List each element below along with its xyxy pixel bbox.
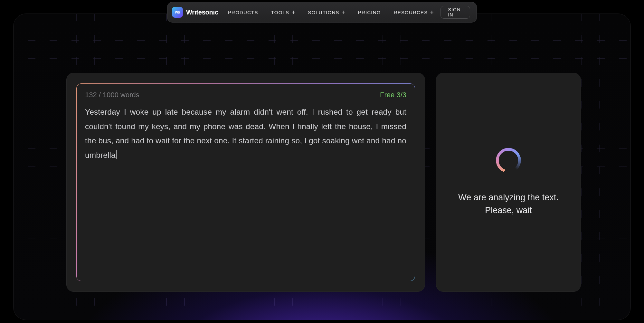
analysis-panel: We are analyzing the text. Please, wait <box>436 73 581 292</box>
analyzing-status-text: We are analyzing the text. Please, wait <box>449 191 568 217</box>
nav-item-pricing[interactable]: PRICING <box>358 10 381 15</box>
sign-in-button[interactable]: SIGN IN <box>440 6 470 19</box>
nav-item-products[interactable]: PRODUCTS <box>228 10 258 15</box>
nav-item-label: PRODUCTS <box>228 10 258 15</box>
nav-item-tools[interactable]: TOOLS <box>271 10 295 15</box>
text-caret <box>116 150 117 159</box>
app-frame: 132 / 1000 words Free 3/3 Yesterday I wo… <box>13 14 631 320</box>
free-usage-indicator: Free 3/3 <box>380 91 406 99</box>
word-count: 132 / 1000 words <box>85 91 139 99</box>
brand-logo[interactable]: ws Writesonic <box>172 7 218 18</box>
top-nav: ws Writesonic PRODUCTSTOOLSSOLUTIONSPRIC… <box>167 2 477 23</box>
nav-item-label: RESOURCES <box>394 10 428 15</box>
editor-textarea[interactable]: 132 / 1000 words Free 3/3 Yesterday I wo… <box>76 83 415 281</box>
brand-logo-badge: ws <box>172 7 183 18</box>
nav-item-label: SOLUTIONS <box>308 10 339 15</box>
plus-icon <box>292 11 295 14</box>
nav-item-label: TOOLS <box>271 10 289 15</box>
brand-logo-badge-text: ws <box>175 10 180 14</box>
plus-icon <box>430 11 433 14</box>
nav-item-solutions[interactable]: SOLUTIONS <box>308 10 345 15</box>
brand-name: Writesonic <box>186 9 218 16</box>
nav-item-label: PRICING <box>358 10 381 15</box>
primary-nav: PRODUCTSTOOLSSOLUTIONSPRICINGRESOURCES <box>228 10 434 15</box>
editor-panel: 132 / 1000 words Free 3/3 Yesterday I wo… <box>66 73 425 292</box>
plus-icon <box>342 11 345 14</box>
nav-item-resources[interactable]: RESOURCES <box>394 10 434 15</box>
editor-body-text[interactable]: Yesterday I woke up late because my alar… <box>85 105 406 162</box>
loading-spinner-icon <box>496 148 521 173</box>
